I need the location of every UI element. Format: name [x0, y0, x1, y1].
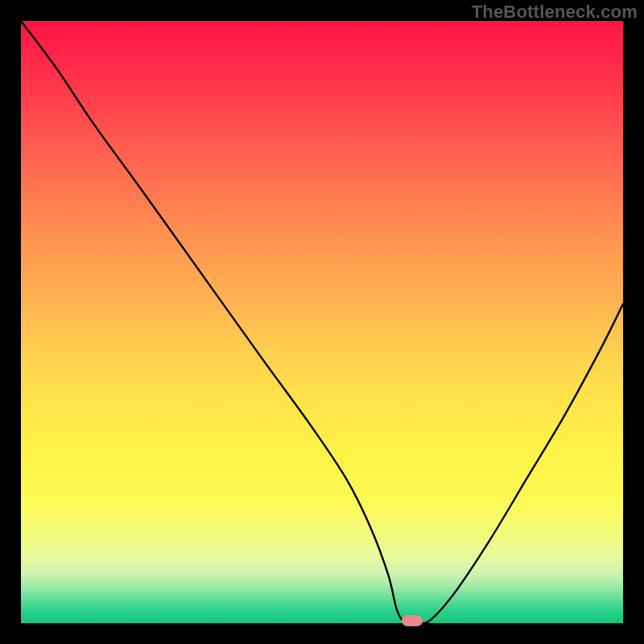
- chart-frame: TheBottleneck.com: [0, 0, 644, 644]
- watermark-text: TheBottleneck.com: [472, 2, 638, 23]
- optimal-point-marker: [402, 615, 423, 626]
- plot-area: [21, 21, 623, 623]
- bottleneck-curve: [21, 21, 623, 623]
- curve-path: [21, 21, 623, 623]
